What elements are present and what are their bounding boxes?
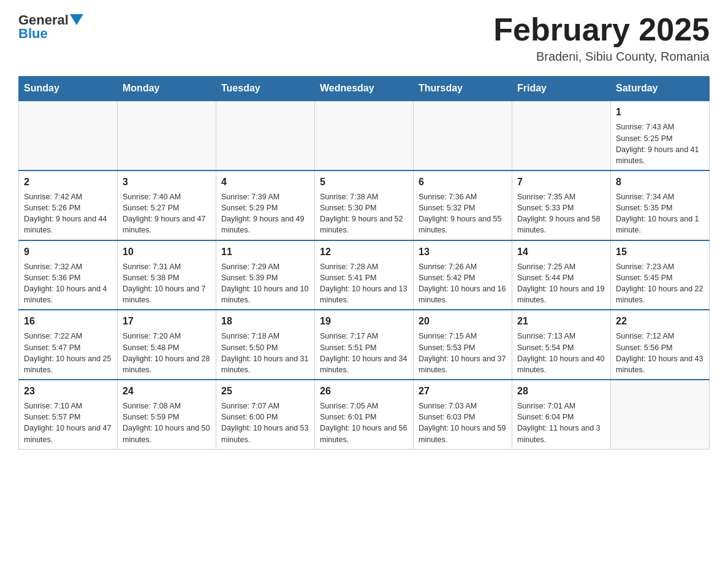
calendar-header-tuesday: Tuesday	[216, 77, 315, 101]
day-info: Sunrise: 7:22 AM Sunset: 5:47 PM Dayligh…	[24, 331, 112, 375]
day-info: Sunrise: 7:03 AM Sunset: 6:03 PM Dayligh…	[419, 400, 507, 445]
location-text: Bradeni, Sibiu County, Romania	[493, 50, 710, 64]
calendar-cell	[512, 101, 611, 170]
svg-marker-0	[70, 14, 83, 25]
calendar-cell: 6Sunrise: 7:36 AM Sunset: 5:32 PM Daylig…	[414, 170, 512, 240]
calendar-cell	[118, 101, 216, 170]
calendar-cell: 5Sunrise: 7:38 AM Sunset: 5:30 PM Daylig…	[315, 170, 414, 240]
day-info: Sunrise: 7:32 AM Sunset: 5:36 PM Dayligh…	[24, 261, 112, 306]
calendar-cell	[315, 101, 414, 170]
calendar-cell: 23Sunrise: 7:10 AM Sunset: 5:57 PM Dayli…	[19, 380, 118, 449]
day-number: 9	[24, 245, 112, 259]
day-info: Sunrise: 7:05 AM Sunset: 6:01 PM Dayligh…	[320, 400, 408, 445]
calendar-cell: 12Sunrise: 7:28 AM Sunset: 5:41 PM Dayli…	[315, 240, 414, 310]
day-info: Sunrise: 7:29 AM Sunset: 5:39 PM Dayligh…	[221, 261, 309, 306]
calendar-header-wednesday: Wednesday	[315, 77, 414, 101]
calendar-cell: 24Sunrise: 7:08 AM Sunset: 5:59 PM Dayli…	[118, 380, 216, 449]
day-number: 1	[616, 105, 704, 119]
calendar-header-friday: Friday	[512, 77, 611, 101]
calendar-header-row: SundayMondayTuesdayWednesdayThursdayFrid…	[19, 77, 710, 101]
day-info: Sunrise: 7:18 AM Sunset: 5:50 PM Dayligh…	[221, 331, 309, 375]
day-number: 14	[517, 245, 605, 259]
day-number: 25	[221, 384, 309, 398]
day-number: 23	[24, 384, 112, 398]
calendar-cell: 25Sunrise: 7:07 AM Sunset: 6:00 PM Dayli…	[216, 380, 315, 449]
day-number: 18	[221, 314, 309, 328]
calendar-cell	[216, 101, 315, 170]
calendar-cell: 26Sunrise: 7:05 AM Sunset: 6:01 PM Dayli…	[315, 380, 414, 449]
day-number: 27	[419, 384, 507, 398]
week-row-2: 2Sunrise: 7:42 AM Sunset: 5:26 PM Daylig…	[19, 170, 710, 240]
day-info: Sunrise: 7:40 AM Sunset: 5:27 PM Dayligh…	[123, 191, 211, 236]
day-number: 7	[517, 175, 605, 189]
title-area: February 2025 Bradeni, Sibiu County, Rom…	[493, 12, 710, 64]
week-row-3: 9Sunrise: 7:32 AM Sunset: 5:36 PM Daylig…	[19, 240, 710, 310]
day-number: 10	[123, 245, 211, 259]
day-info: Sunrise: 7:17 AM Sunset: 5:51 PM Dayligh…	[320, 331, 408, 375]
day-info: Sunrise: 7:28 AM Sunset: 5:41 PM Dayligh…	[320, 261, 408, 306]
day-info: Sunrise: 7:39 AM Sunset: 5:29 PM Dayligh…	[221, 191, 309, 236]
page-header: General Blue February 2025 Bradeni, Sibi…	[18, 12, 710, 64]
calendar-cell: 10Sunrise: 7:31 AM Sunset: 5:38 PM Dayli…	[118, 240, 216, 310]
day-number: 15	[616, 245, 704, 259]
day-info: Sunrise: 7:26 AM Sunset: 5:42 PM Dayligh…	[419, 261, 507, 306]
calendar-cell	[414, 101, 512, 170]
calendar-cell: 18Sunrise: 7:18 AM Sunset: 5:50 PM Dayli…	[216, 310, 315, 380]
day-number: 12	[320, 245, 408, 259]
day-number: 17	[123, 314, 211, 328]
calendar-table: SundayMondayTuesdayWednesdayThursdayFrid…	[18, 76, 710, 449]
calendar-cell: 8Sunrise: 7:34 AM Sunset: 5:35 PM Daylig…	[611, 170, 710, 240]
day-info: Sunrise: 7:08 AM Sunset: 5:59 PM Dayligh…	[123, 400, 211, 445]
week-row-1: 1Sunrise: 7:43 AM Sunset: 5:25 PM Daylig…	[19, 101, 710, 170]
day-number: 13	[419, 245, 507, 259]
day-info: Sunrise: 7:42 AM Sunset: 5:26 PM Dayligh…	[24, 191, 112, 236]
calendar-cell: 13Sunrise: 7:26 AM Sunset: 5:42 PM Dayli…	[414, 240, 512, 310]
logo: General Blue	[18, 12, 83, 42]
calendar-cell: 4Sunrise: 7:39 AM Sunset: 5:29 PM Daylig…	[216, 170, 315, 240]
day-number: 8	[616, 175, 704, 189]
day-number: 16	[24, 314, 112, 328]
calendar-header-thursday: Thursday	[414, 77, 512, 101]
calendar-cell: 9Sunrise: 7:32 AM Sunset: 5:36 PM Daylig…	[19, 240, 118, 310]
day-number: 26	[320, 384, 408, 398]
calendar-cell: 14Sunrise: 7:25 AM Sunset: 5:44 PM Dayli…	[512, 240, 611, 310]
calendar-header-saturday: Saturday	[611, 77, 710, 101]
day-info: Sunrise: 7:01 AM Sunset: 6:04 PM Dayligh…	[517, 400, 605, 445]
calendar-cell: 17Sunrise: 7:20 AM Sunset: 5:48 PM Dayli…	[118, 310, 216, 380]
calendar-cell: 7Sunrise: 7:35 AM Sunset: 5:33 PM Daylig…	[512, 170, 611, 240]
day-number: 19	[320, 314, 408, 328]
day-number: 2	[24, 175, 112, 189]
week-row-4: 16Sunrise: 7:22 AM Sunset: 5:47 PM Dayli…	[19, 310, 710, 380]
calendar-cell: 15Sunrise: 7:23 AM Sunset: 5:45 PM Dayli…	[611, 240, 710, 310]
calendar-cell: 28Sunrise: 7:01 AM Sunset: 6:04 PM Dayli…	[512, 380, 611, 449]
day-number: 24	[123, 384, 211, 398]
calendar-cell: 27Sunrise: 7:03 AM Sunset: 6:03 PM Dayli…	[414, 380, 512, 449]
calendar-header-sunday: Sunday	[19, 77, 118, 101]
logo-triangle-icon	[70, 14, 83, 28]
day-number: 3	[123, 175, 211, 189]
calendar-cell: 19Sunrise: 7:17 AM Sunset: 5:51 PM Dayli…	[315, 310, 414, 380]
day-info: Sunrise: 7:25 AM Sunset: 5:44 PM Dayligh…	[517, 261, 605, 306]
day-info: Sunrise: 7:38 AM Sunset: 5:30 PM Dayligh…	[320, 191, 408, 236]
day-info: Sunrise: 7:43 AM Sunset: 5:25 PM Dayligh…	[616, 121, 704, 166]
logo-blue-text: Blue	[18, 26, 48, 42]
day-number: 21	[517, 314, 605, 328]
calendar-cell: 16Sunrise: 7:22 AM Sunset: 5:47 PM Dayli…	[19, 310, 118, 380]
calendar-cell	[19, 101, 118, 170]
week-row-5: 23Sunrise: 7:10 AM Sunset: 5:57 PM Dayli…	[19, 380, 710, 449]
day-info: Sunrise: 7:35 AM Sunset: 5:33 PM Dayligh…	[517, 191, 605, 236]
day-number: 11	[221, 245, 309, 259]
calendar-cell: 3Sunrise: 7:40 AM Sunset: 5:27 PM Daylig…	[118, 170, 216, 240]
day-info: Sunrise: 7:34 AM Sunset: 5:35 PM Dayligh…	[616, 191, 704, 236]
day-info: Sunrise: 7:36 AM Sunset: 5:32 PM Dayligh…	[419, 191, 507, 236]
day-info: Sunrise: 7:20 AM Sunset: 5:48 PM Dayligh…	[123, 331, 211, 375]
month-title: February 2025	[493, 12, 710, 47]
day-info: Sunrise: 7:13 AM Sunset: 5:54 PM Dayligh…	[517, 331, 605, 375]
calendar-cell: 22Sunrise: 7:12 AM Sunset: 5:56 PM Dayli…	[611, 310, 710, 380]
calendar-header-monday: Monday	[118, 77, 216, 101]
day-info: Sunrise: 7:10 AM Sunset: 5:57 PM Dayligh…	[24, 400, 112, 445]
calendar-cell	[611, 380, 710, 449]
day-number: 22	[616, 314, 704, 328]
calendar-cell: 20Sunrise: 7:15 AM Sunset: 5:53 PM Dayli…	[414, 310, 512, 380]
calendar-cell: 21Sunrise: 7:13 AM Sunset: 5:54 PM Dayli…	[512, 310, 611, 380]
